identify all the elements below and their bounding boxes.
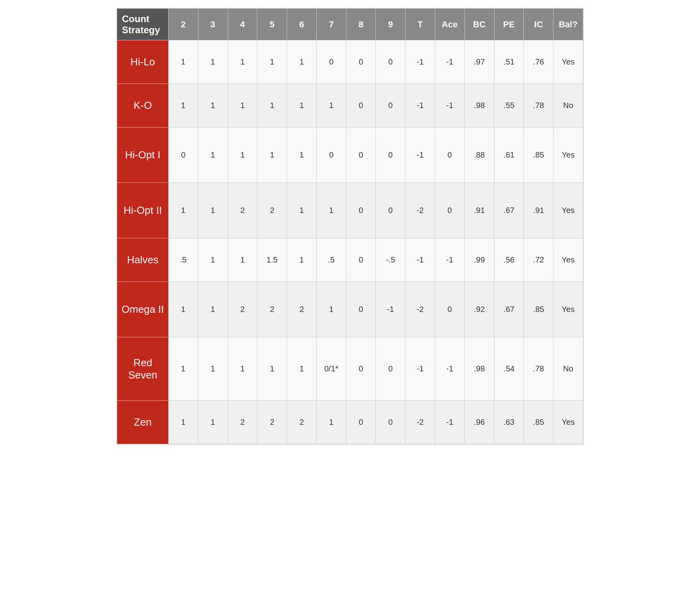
col-header-7: 7: [316, 9, 346, 40]
cell-two: 1: [169, 40, 198, 84]
cell-five: 2: [257, 282, 287, 337]
cell-seven: .5: [316, 238, 346, 282]
cell-six: 2: [287, 401, 317, 444]
cell-strategy: Hi-Opt I: [117, 127, 169, 183]
cell-four: 2: [228, 282, 257, 337]
cell-pe: .55: [494, 84, 524, 127]
col-header-3: 3: [198, 9, 228, 40]
cell-six: 1: [287, 84, 317, 127]
cell-five: 1: [257, 337, 287, 401]
cell-ic: .76: [524, 40, 554, 84]
cell-five: 1: [257, 40, 287, 84]
cell-four: 1: [228, 238, 257, 282]
cell-three: 1: [198, 282, 228, 337]
cell-strategy: Zen: [117, 401, 169, 444]
col-header-ic: IC: [524, 9, 554, 40]
cell-three: 1: [198, 401, 228, 444]
table-row: Omega II1122210-1-20.92.67.85Yes: [117, 282, 583, 337]
cell-bal: Yes: [554, 40, 583, 84]
cell-eight: 0: [346, 282, 376, 337]
cell-three: 1: [198, 183, 228, 238]
cell-six: 1: [287, 337, 317, 401]
cell-ten: -1: [405, 40, 435, 84]
cell-nine: 0: [376, 337, 405, 401]
cell-ic: .85: [524, 282, 554, 337]
cell-eight: 0: [346, 238, 376, 282]
cell-bal: No: [554, 337, 583, 401]
cell-bal: Yes: [554, 238, 583, 282]
cell-six: 1: [287, 40, 317, 84]
cell-bal: Yes: [554, 401, 583, 444]
cell-ic: .91: [524, 183, 554, 238]
cell-four: 1: [228, 40, 257, 84]
cell-nine: 0: [376, 40, 405, 84]
cell-ic: .72: [524, 238, 554, 282]
cell-seven: 1: [316, 183, 346, 238]
cell-bc: .99: [464, 238, 494, 282]
col-header-T: T: [405, 9, 435, 40]
cell-ten: -2: [405, 183, 435, 238]
cell-two: 1: [169, 183, 198, 238]
cell-six: 1: [287, 183, 317, 238]
cell-strategy: Halves: [117, 238, 169, 282]
cell-nine: 0: [376, 127, 405, 183]
cell-seven: 0: [316, 127, 346, 183]
cell-eight: 0: [346, 401, 376, 444]
cell-eight: 0: [346, 84, 376, 127]
col-header-bc: BC: [464, 9, 494, 40]
cell-ace: -1: [435, 401, 465, 444]
cell-bal: No: [554, 84, 583, 127]
cell-two: 1: [169, 84, 198, 127]
cell-seven: 0/1*: [316, 337, 346, 401]
cell-eight: 0: [346, 183, 376, 238]
cell-bal: Yes: [554, 127, 583, 183]
cell-pe: .61: [494, 127, 524, 183]
cell-ace: 0: [435, 127, 465, 183]
cell-two: 1: [169, 337, 198, 401]
cell-bc: .98: [464, 337, 494, 401]
cell-bc: .97: [464, 40, 494, 84]
col-header-pe: PE: [494, 9, 524, 40]
table-row: Hi-Opt II11221100-20.91.67.91Yes: [117, 183, 583, 238]
cell-nine: -1: [376, 282, 405, 337]
cell-eight: 0: [346, 127, 376, 183]
cell-bc: .92: [464, 282, 494, 337]
cell-seven: 1: [316, 84, 346, 127]
cell-two: .5: [169, 238, 198, 282]
cell-ten: -1: [405, 127, 435, 183]
cell-five: 1: [257, 127, 287, 183]
cell-three: 1: [198, 84, 228, 127]
cell-four: 1: [228, 84, 257, 127]
cell-strategy: Red Seven: [117, 337, 169, 401]
cell-seven: 1: [316, 282, 346, 337]
cell-strategy: Hi-Lo: [117, 40, 169, 84]
cell-bc: .96: [464, 401, 494, 444]
table-row: Red Seven111110/1*00-1-1.98.54.78No: [117, 337, 583, 401]
cell-two: 1: [169, 282, 198, 337]
cell-bc: .91: [464, 183, 494, 238]
count-strategy-table: Count Strategy 2 3 4 5 6 7 8 9 T Ace BC …: [116, 8, 584, 445]
table-row: Halves.5111.51.50-.5-1-1.99.56.72Yes: [117, 238, 583, 282]
col-header-ace: Ace: [435, 9, 465, 40]
cell-strategy: Hi-Opt II: [117, 183, 169, 238]
cell-ten: -1: [405, 337, 435, 401]
cell-ace: -1: [435, 238, 465, 282]
cell-ten: -2: [405, 401, 435, 444]
cell-six: 1: [287, 238, 317, 282]
cell-eight: 0: [346, 337, 376, 401]
cell-nine: 0: [376, 84, 405, 127]
col-header-4: 4: [228, 9, 257, 40]
cell-three: 1: [198, 337, 228, 401]
cell-ic: .78: [524, 337, 554, 401]
cell-four: 1: [228, 127, 257, 183]
cell-ace: -1: [435, 84, 465, 127]
cell-bc: .88: [464, 127, 494, 183]
cell-pe: .67: [494, 282, 524, 337]
cell-pe: .56: [494, 238, 524, 282]
cell-bal: Yes: [554, 282, 583, 337]
cell-seven: 1: [316, 401, 346, 444]
cell-ace: -1: [435, 40, 465, 84]
cell-ten: -1: [405, 84, 435, 127]
table-row: Hi-Opt I01111000-10.88.61.85Yes: [117, 127, 583, 183]
cell-strategy: Omega II: [117, 282, 169, 337]
